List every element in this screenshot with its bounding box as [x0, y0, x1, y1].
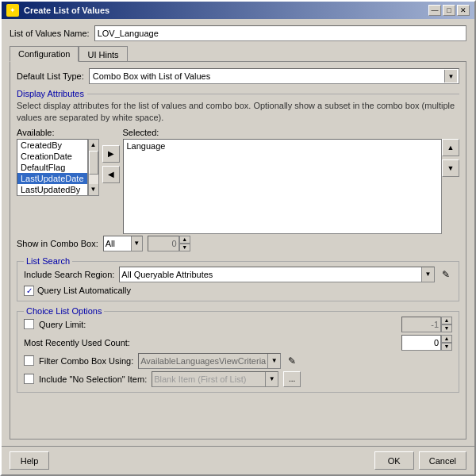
titlebar-buttons: — □ ✕	[428, 5, 470, 16]
list-item[interactable]: LastUpdateDate	[17, 173, 87, 184]
scroll-track	[89, 151, 98, 184]
no-selection-dots-button[interactable]: ...	[283, 371, 301, 387]
scroll-down-btn[interactable]: ▼	[89, 184, 98, 195]
scroll-up-btn[interactable]: ▲	[89, 140, 98, 151]
query-limit-checkbox[interactable]	[24, 319, 34, 329]
list-item[interactable]: LastUpdatedBy	[17, 184, 87, 195]
search-edit-icon[interactable]: ✎	[440, 268, 452, 281]
available-listbox-container: CreatedBy CreationDate DefaultFlag LastU…	[17, 139, 99, 196]
up-down-buttons: ▲ ▼	[442, 139, 459, 234]
no-selection-row: Include "No Selection" Item: Blank Item …	[24, 371, 452, 387]
lov-name-label: List of Values Name:	[10, 29, 90, 38]
selected-panel: Selected: Language ▲ ▼	[123, 128, 460, 234]
tab-content: Default List Type: Combo Box with List o…	[10, 61, 466, 440]
titlebar-left: ✦ Create List of Values	[6, 4, 109, 17]
query-limit-row: Query Limit: ▲ ▼	[24, 317, 452, 332]
most-recently-spin-up[interactable]: ▲	[441, 335, 452, 343]
ok-button[interactable]: OK	[374, 451, 414, 470]
move-up-button[interactable]: ▲	[442, 139, 459, 156]
bottom-bar: Help OK Cancel	[2, 446, 474, 474]
lov-name-input[interactable]	[94, 25, 466, 41]
display-attributes-header: Display Attributes	[17, 89, 459, 98]
list-item[interactable]: CreatedBy	[17, 140, 87, 151]
tab-configuration[interactable]: Configuration	[10, 46, 79, 62]
query-auto-row: Query List Automatically	[24, 286, 452, 296]
show-in-combo-label: Show in Combo Box:	[17, 239, 98, 248]
query-limit-spin-up[interactable]: ▲	[441, 317, 452, 324]
window-icon: ✦	[6, 4, 19, 17]
selected-label: Selected:	[123, 128, 460, 137]
most-recently-row: Most Recently Used Count: ▲ ▼	[24, 335, 452, 351]
spin-down-button[interactable]: ▼	[179, 244, 190, 251]
most-recently-label: Most Recently Used Count:	[24, 338, 130, 347]
minimize-button[interactable]: —	[428, 5, 441, 16]
include-search-select[interactable]: All Queryable Attributes ▼	[119, 267, 435, 282]
list-item[interactable]: DefaultFlag	[17, 162, 87, 173]
filter-combo-checkbox[interactable]	[24, 355, 34, 366]
move-buttons: ▶ ◀	[102, 128, 120, 183]
bottom-right-buttons: OK Cancel	[374, 451, 466, 470]
no-selection-select[interactable]: Blank Item (First of List) ▼	[152, 371, 278, 387]
main-window: ✦ Create List of Values — □ ✕ List of Va…	[0, 0, 476, 476]
query-limit-label: Query Limit:	[39, 320, 86, 329]
show-combo-arrow: ▼	[131, 236, 142, 251]
combo-number-input[interactable]	[148, 236, 179, 251]
lov-name-row: List of Values Name:	[10, 25, 466, 41]
query-auto-label: Query List Automatically	[37, 286, 131, 295]
close-button[interactable]: ✕	[457, 5, 470, 16]
query-limit-spinner-btns: ▲ ▼	[441, 317, 452, 332]
most-recently-spinner: ▲ ▼	[401, 335, 452, 351]
choice-list-section: Choice List Options Query Limit: ▲ ▼	[17, 311, 459, 393]
list-item[interactable]: CreationDate	[17, 151, 87, 162]
most-recently-input[interactable]	[401, 335, 441, 351]
filter-combo-select[interactable]: AvailableLanguagesViewCriteria ▼	[138, 353, 281, 369]
available-label: Available:	[17, 128, 99, 137]
main-content: List of Values Name: Configuration UI Hi…	[2, 19, 474, 446]
query-auto-checkbox[interactable]	[24, 286, 34, 296]
filter-combo-edit-icon[interactable]: ✎	[286, 355, 298, 367]
combo-spinner-buttons: ▲ ▼	[179, 236, 190, 251]
query-limit-spinner: ▲ ▼	[401, 317, 452, 332]
spin-up-button[interactable]: ▲	[179, 236, 190, 244]
move-right-button[interactable]: ▶	[102, 145, 120, 163]
filter-combo-row: Filter Combo Box Using: AvailableLanguag…	[24, 353, 452, 369]
no-selection-checkbox[interactable]	[24, 374, 34, 384]
maximize-button[interactable]: □	[443, 5, 455, 16]
available-listbox[interactable]: CreatedBy CreationDate DefaultFlag LastU…	[17, 139, 88, 196]
filter-combo-arrow: ▼	[267, 354, 280, 368]
combo-spinner: ▲ ▼	[148, 236, 190, 251]
query-limit-spin-down[interactable]: ▼	[441, 324, 452, 332]
default-list-type-select[interactable]: Combo Box with List of Values ▼	[89, 68, 459, 84]
selected-listbox[interactable]: Language	[123, 139, 443, 234]
move-down-button[interactable]: ▼	[442, 159, 459, 177]
most-recently-spinner-btns: ▲ ▼	[441, 335, 452, 351]
scroll-thumb	[89, 151, 98, 175]
window-title: Create List of Values	[24, 6, 109, 15]
move-left-button[interactable]: ◀	[102, 166, 120, 183]
filter-combo-label: Filter Combo Box Using:	[39, 356, 133, 366]
display-attributes-section: Display Attributes Select display attrib…	[17, 89, 459, 251]
default-list-type-arrow: ▼	[444, 70, 457, 83]
default-list-type-row: Default List Type: Combo Box with List o…	[17, 68, 459, 84]
show-in-combo-row: Show in Combo Box: All ▼ ▲ ▼	[17, 236, 459, 251]
include-search-label: Include Search Region:	[24, 270, 114, 279]
selected-panel-inner: Language ▲ ▼	[123, 139, 460, 234]
titlebar: ✦ Create List of Values — □ ✕	[2, 2, 474, 19]
help-button[interactable]: Help	[10, 451, 49, 470]
tab-ui-hints[interactable]: UI Hints	[79, 46, 127, 62]
attributes-panels: Available: CreatedBy CreationDate Defaul…	[17, 128, 459, 234]
show-in-combo-select[interactable]: All ▼	[103, 236, 143, 251]
available-scrollbar[interactable]: ▲ ▼	[88, 139, 99, 196]
query-limit-input[interactable]	[401, 317, 441, 332]
display-attributes-desc: Select display attributes for the list o…	[17, 100, 459, 125]
tabs: Configuration UI Hints	[10, 46, 466, 62]
available-panel: Available: CreatedBy CreationDate Defaul…	[17, 128, 99, 196]
include-search-row: Include Search Region: All Queryable Att…	[24, 267, 452, 282]
tab-container: Configuration UI Hints Default List Type…	[10, 46, 466, 440]
selected-item[interactable]: Language	[127, 141, 439, 151]
no-selection-arrow: ▼	[265, 372, 278, 386]
list-search-section: List Search Include Search Region: All Q…	[17, 261, 459, 301]
most-recently-spin-down[interactable]: ▼	[441, 343, 452, 351]
cancel-button[interactable]: Cancel	[419, 451, 466, 470]
no-selection-label: Include "No Selection" Item:	[39, 374, 147, 384]
